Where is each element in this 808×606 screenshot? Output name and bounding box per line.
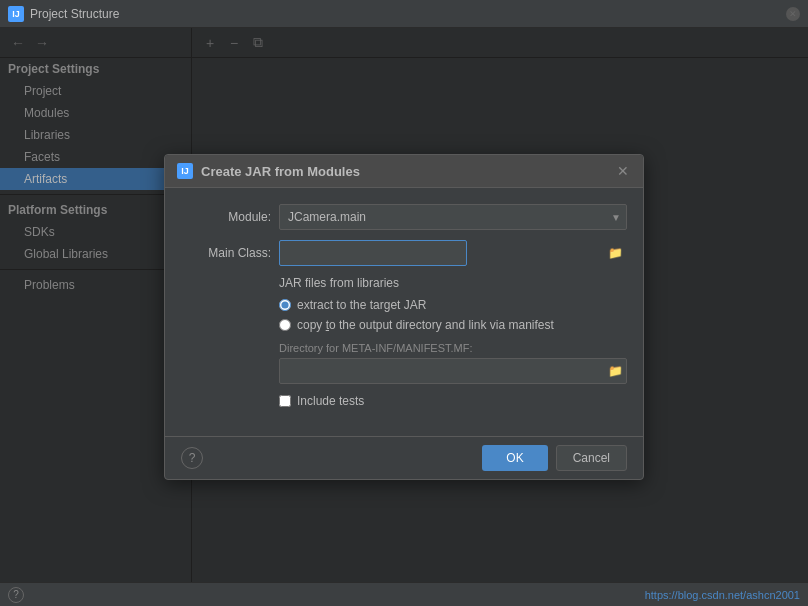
dialog-overlay: IJ Create JAR from Modules ✕ Module: JCa… [0, 28, 808, 606]
include-tests-row[interactable]: Include tests [279, 394, 627, 408]
main-class-label: Main Class: [181, 246, 271, 260]
main-class-input[interactable] [279, 240, 467, 266]
dialog-footer: ? OK Cancel [165, 436, 643, 479]
radio-copy-label: copy to the output directory and link vi… [297, 318, 554, 332]
title-bar: IJ Project Structure ✕ [0, 0, 808, 28]
main-class-row: Main Class: 📁 [181, 240, 627, 266]
create-jar-dialog: IJ Create JAR from Modules ✕ Module: JCa… [164, 154, 644, 480]
module-label: Module: [181, 210, 271, 224]
module-control: JCamera.main ▼ [279, 204, 627, 230]
ok-button[interactable]: OK [482, 445, 547, 471]
app-icon: IJ [8, 6, 24, 22]
radio-copy-item[interactable]: copy to the output directory and link vi… [279, 318, 627, 332]
browse-directory-icon[interactable]: 📁 [608, 364, 623, 378]
main-class-control: 📁 [279, 240, 627, 266]
dialog-close-button[interactable]: ✕ [615, 163, 631, 179]
radio-extract[interactable] [279, 299, 291, 311]
dialog-icon: IJ [177, 163, 193, 179]
directory-label: Directory for META-INF/MANIFEST.MF: [279, 342, 627, 354]
directory-input-row: 📁 [279, 358, 627, 384]
dialog-title-text: Create JAR from Modules [201, 164, 360, 179]
window-title: Project Structure [30, 7, 786, 21]
footer-actions: OK Cancel [482, 445, 627, 471]
module-row: Module: JCamera.main ▼ [181, 204, 627, 230]
directory-input[interactable] [279, 358, 627, 384]
module-select-wrap: JCamera.main ▼ [279, 204, 627, 230]
module-select[interactable]: JCamera.main [279, 204, 627, 230]
jar-files-section-label: JAR files from libraries [279, 276, 627, 290]
help-button[interactable]: ? [181, 447, 203, 469]
directory-input-wrap: 📁 [279, 358, 627, 384]
window-controls: ✕ [786, 7, 800, 21]
radio-copy[interactable] [279, 319, 291, 331]
bottom-url: https://blog.csdn.net/ashcn2001 [645, 589, 800, 601]
include-tests-checkbox[interactable] [279, 395, 291, 407]
dialog-title-bar: IJ Create JAR from Modules ✕ [165, 155, 643, 188]
bottom-bar: ? https://blog.csdn.net/ashcn2001 [0, 582, 808, 606]
close-button[interactable]: ✕ [786, 7, 800, 21]
dialog-body: Module: JCamera.main ▼ Main Class: 📁 [165, 188, 643, 436]
include-tests-label: Include tests [297, 394, 364, 408]
radio-group: extract to the target JAR copy to the ou… [279, 298, 627, 332]
dialog-title-left: IJ Create JAR from Modules [177, 163, 360, 179]
cancel-button[interactable]: Cancel [556, 445, 627, 471]
radio-extract-label: extract to the target JAR [297, 298, 426, 312]
directory-section: Directory for META-INF/MANIFEST.MF: 📁 [181, 342, 627, 384]
browse-main-class-icon[interactable]: 📁 [608, 246, 623, 260]
radio-extract-item[interactable]: extract to the target JAR [279, 298, 627, 312]
bottom-help-button[interactable]: ? [8, 587, 24, 603]
main-class-input-wrap: 📁 [279, 240, 627, 266]
